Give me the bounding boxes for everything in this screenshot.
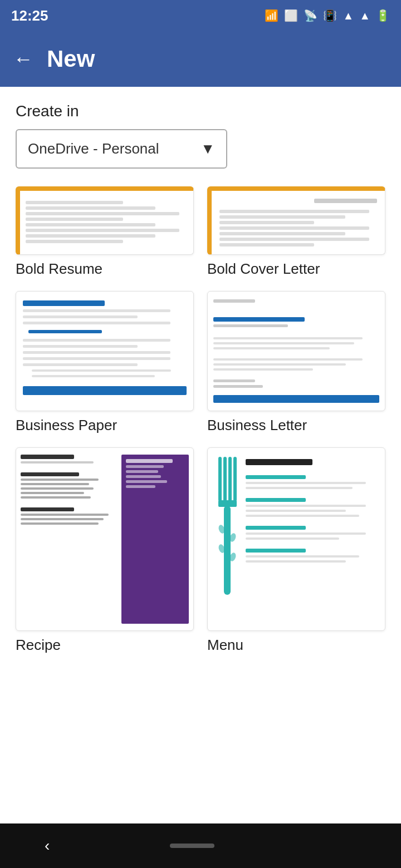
create-in-label: Create in xyxy=(16,102,385,120)
cell-signal-icon: ▲ xyxy=(359,9,370,22)
template-item[interactable]: Business Letter xyxy=(207,291,385,434)
template-preview-business-paper xyxy=(16,291,194,411)
bottom-nav: ‹ xyxy=(0,823,401,868)
template-preview-recipe xyxy=(16,447,194,631)
cast-icon: 📡 xyxy=(304,9,317,22)
template-preview-business-letter xyxy=(207,291,385,411)
page-title: New xyxy=(47,46,95,72)
nav-back-button[interactable]: ‹ xyxy=(45,837,50,855)
template-item[interactable]: Bold Cover Letter xyxy=(207,186,385,278)
app-header: ← New xyxy=(0,31,401,87)
svg-rect-1 xyxy=(223,457,227,501)
back-button[interactable]: ← xyxy=(13,47,33,71)
template-preview-menu xyxy=(207,447,385,631)
template-item[interactable]: Bold Resume xyxy=(16,186,194,278)
template-name: Business Letter xyxy=(207,417,385,434)
template-name: Recipe xyxy=(16,637,194,654)
template-name: Menu xyxy=(207,637,385,654)
template-name: Bold Cover Letter xyxy=(207,260,385,278)
status-bar: 12:25 📶 ⬜ 📡 📳 ▲ ▲ 🔋 xyxy=(0,0,401,31)
template-preview-bold-resume xyxy=(16,186,194,255)
svg-rect-2 xyxy=(228,457,232,501)
signal-icon: 📶 xyxy=(265,9,278,22)
nav-home-button[interactable] xyxy=(170,844,214,848)
svg-rect-3 xyxy=(233,457,237,501)
template-name: Business Paper xyxy=(16,417,194,434)
template-item[interactable]: Menu xyxy=(207,447,385,654)
template-preview-bold-cover xyxy=(207,186,385,255)
screenshot-icon: ⬜ xyxy=(284,9,298,22)
chevron-down-icon: ▼ xyxy=(200,140,215,157)
wifi-icon: ▲ xyxy=(343,9,354,22)
template-item[interactable]: Business Paper xyxy=(16,291,194,434)
status-icons: 📶 ⬜ 📡 📳 ▲ ▲ 🔋 xyxy=(265,9,390,22)
vibrate-icon: 📳 xyxy=(323,9,337,22)
battery-icon: 🔋 xyxy=(376,9,390,22)
location-dropdown[interactable]: OneDrive - Personal ▼ xyxy=(16,129,227,169)
svg-rect-0 xyxy=(218,457,222,501)
svg-rect-5 xyxy=(224,506,231,595)
content-area: Create in OneDrive - Personal ▼ Bold Res… xyxy=(0,87,401,823)
template-item[interactable]: Recipe xyxy=(16,447,194,654)
templates-grid: Bold Resume Bold Cover Letter xyxy=(16,186,385,654)
status-time: 12:25 xyxy=(11,7,48,24)
location-value: OneDrive - Personal xyxy=(28,140,159,157)
template-name: Bold Resume xyxy=(16,260,194,278)
